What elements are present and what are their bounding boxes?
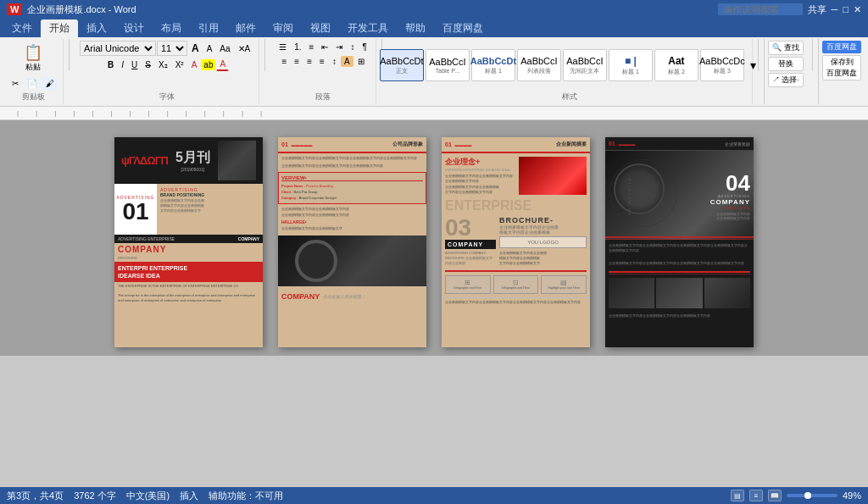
page3-left-col: 03 COMPANY ADVERTISING COMPANY BROCHURE …: [445, 216, 496, 266]
document-scroll-area[interactable]: ||||| ||||| |||| ψΓΛΔΩΓΠ 5月刊 [20: [0, 107, 868, 487]
ribbon-group-styles: AaBbCcDt 正文 AaBbCcI Table P... AaBbCcDt …: [387, 39, 753, 104]
sep1: [69, 39, 70, 71]
line-spacing-button[interactable]: ↕: [329, 55, 340, 68]
justify-button[interactable]: ≡: [316, 55, 328, 68]
page4-small-text: 企业画册模板文字内容企业画册模板文字内容: [710, 211, 750, 219]
style-table[interactable]: AaBbCcI Table P...: [426, 49, 470, 81]
text-highlight-button[interactable]: ab: [201, 59, 215, 70]
increase-indent-button[interactable]: ⇥: [332, 41, 346, 53]
replace-button[interactable]: 替换: [768, 57, 804, 71]
shading-button[interactable]: A: [341, 56, 353, 67]
tab-insert[interactable]: 插入: [78, 19, 115, 37]
page4-04-display: 04: [710, 171, 750, 193]
page3-big-overlay: ENTERPRISE: [442, 199, 590, 216]
font-name-select[interactable]: Arial Unicode M...: [80, 41, 156, 56]
copy-button[interactable]: 📄: [24, 77, 41, 90]
page2-hallarge: HALLARGE•: [278, 218, 426, 226]
page2-body: 企业画册模板文字内容企业画册模板文字内容企业画册模板文字内容企业画册模板文字内容: [278, 153, 426, 163]
page2-client: Client : Bern Pra Group: [281, 189, 423, 195]
zoom-slider[interactable]: [787, 494, 837, 497]
change-case-button[interactable]: Aa: [216, 42, 233, 55]
cut-button[interactable]: ✂: [8, 77, 22, 90]
page1-date-big: 5月刊: [175, 149, 210, 167]
title-bar: W 企业画册模板.docx - Word 共享 ─ □ ✕: [0, 0, 868, 19]
style-nospace[interactable]: AaBbCcI 无间距文本: [563, 49, 607, 81]
page3-top-section: 企业理念+ ENTERPRI ENTERPRISE IDEARSE IDEA+ …: [442, 153, 590, 199]
underline-button[interactable]: U: [128, 58, 141, 71]
font-color-button[interactable]: A: [216, 58, 229, 71]
style-list[interactable]: AaBbCcI 列表段落: [517, 49, 561, 81]
shrink-font-button[interactable]: A: [203, 42, 216, 55]
minimize-icon[interactable]: ─: [832, 4, 838, 14]
align-left-button[interactable]: ≡: [279, 55, 291, 68]
page3-icon-boxes: ⊞ Infographic and Here ⊡ Infographic and…: [442, 275, 590, 297]
select-button[interactable]: ↗ 选择·: [768, 73, 804, 87]
align-center-button[interactable]: ≡: [291, 55, 303, 68]
view-print-button[interactable]: ▤: [731, 490, 744, 501]
format-painter-button[interactable]: 🖌: [42, 77, 58, 90]
share-button[interactable]: 共享: [808, 3, 826, 16]
style-h1[interactable]: ■ | 标题 1: [609, 49, 653, 81]
borders-button[interactable]: ⊞: [354, 55, 368, 68]
page4-red-line2: [605, 239, 754, 240]
page1-band-text: ADVERTISING ENTERPRISE: [118, 236, 175, 241]
maximize-icon[interactable]: □: [843, 4, 849, 14]
bullets-button[interactable]: ☰: [275, 41, 290, 53]
paste-button[interactable]: 📋 粘贴: [18, 41, 48, 75]
show-marks-button[interactable]: ¶: [359, 41, 370, 53]
style-normal[interactable]: AaBbCcDt 正文: [380, 49, 424, 81]
bold-button[interactable]: B: [104, 58, 117, 71]
sort-button[interactable]: ↕: [347, 41, 358, 53]
subscript-button[interactable]: X₂: [155, 58, 171, 71]
close-icon[interactable]: ✕: [854, 4, 861, 15]
zoom-thumb[interactable]: [804, 492, 811, 499]
superscript-button[interactable]: X²: [172, 58, 187, 71]
insert-mode: 插入: [180, 490, 198, 502]
page1-car-image: [218, 141, 256, 180]
style-heading1[interactable]: AaBbCcDt 标题 1: [471, 49, 515, 81]
tab-help[interactable]: 帮助: [397, 19, 434, 37]
baidu-button[interactable]: 百度网盘: [822, 41, 861, 53]
page4-red-dividers: [609, 271, 750, 274]
tab-home[interactable]: 开始: [41, 19, 78, 37]
text-effects-button[interactable]: A: [188, 58, 201, 71]
page2-wheel: [295, 240, 337, 282]
page1-bottom-text: The enterprise is the enterprise of the …: [114, 291, 263, 306]
tab-review[interactable]: 审阅: [264, 19, 302, 37]
tab-file[interactable]: 文件: [3, 19, 41, 37]
sep2: [264, 39, 265, 71]
search-input[interactable]: [718, 3, 803, 15]
font-size-select[interactable]: 11: [157, 41, 187, 56]
tab-baidu[interactable]: 百度网盘: [434, 19, 492, 37]
italic-button[interactable]: I: [118, 58, 127, 71]
tab-design[interactable]: 设计: [115, 19, 153, 37]
style-h2[interactable]: Aat 标题 2: [654, 49, 698, 81]
tab-developer[interactable]: 开发工具: [339, 19, 397, 37]
main-area: ||||| ||||| |||| ψΓΛΔΩΓΠ 5月刊 [20: [0, 107, 868, 487]
page3-car-image: [519, 157, 587, 195]
page1-company-big: COMPANY: [114, 243, 263, 256]
save-to-baidu-button[interactable]: 保存到百度网盘: [822, 55, 861, 80]
align-right-button[interactable]: ≡: [303, 55, 315, 68]
tab-references[interactable]: 引用: [190, 19, 227, 37]
page3-icon-label-3: Highlight your icon Here: [548, 286, 580, 290]
find-button[interactable]: 🔍 查找: [768, 41, 804, 55]
view-read-button[interactable]: 📖: [768, 490, 782, 501]
tab-layout[interactable]: 布局: [153, 19, 190, 37]
tab-view[interactable]: 视图: [302, 19, 339, 37]
ribbon-tabs: 文件 开始 插入 设计 布局 引用 邮件 审阅 视图 开发工具 帮助 百度网盘: [0, 19, 868, 37]
grow-font-button[interactable]: A: [188, 41, 203, 56]
strikethrough-button[interactable]: S: [142, 58, 154, 71]
view-web-button[interactable]: ≡: [749, 490, 763, 501]
tab-mail[interactable]: 邮件: [227, 19, 264, 37]
multilevel-button[interactable]: ≡: [306, 41, 318, 53]
clear-format-button[interactable]: ✕A: [235, 42, 254, 55]
page3-title: 企业新闻摘要: [556, 141, 587, 148]
page4-bottom-img-2: [656, 278, 702, 308]
style-h3[interactable]: AaBbCcDc 标题 3: [700, 49, 744, 81]
numbering-button[interactable]: 1.: [291, 41, 304, 53]
page3-header: 01 ▬▬▬▬ 企业新闻摘要: [442, 137, 590, 153]
decrease-indent-button[interactable]: ⇤: [318, 41, 331, 53]
font-row1: Arial Unicode M... 11 A A Aa ✕A: [80, 41, 253, 56]
page1-big-num: 01: [122, 200, 148, 224]
